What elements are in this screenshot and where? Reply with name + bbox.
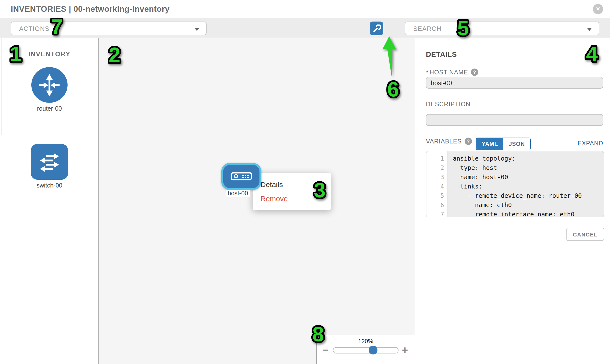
node-context-menu: Details Remove — [253, 173, 331, 210]
close-glyph: ✕ — [596, 6, 600, 12]
tools-button[interactable] — [370, 22, 383, 35]
palette-item-label: router-00 — [0, 105, 99, 112]
code-line: type: host — [453, 163, 604, 172]
help-icon[interactable]: ? — [471, 68, 478, 76]
zoom-in-button[interactable]: + — [402, 345, 408, 355]
context-menu-item-remove[interactable]: Remove — [253, 191, 331, 206]
inventory-palette-title: INVENTORY — [0, 51, 99, 58]
description-label: DESCRIPTION — [426, 101, 470, 108]
json-toggle-button[interactable]: JSON — [503, 138, 530, 150]
router-icon — [31, 67, 67, 103]
code-line: - remote_device_name: router-00 — [453, 191, 604, 200]
code-line: links: — [453, 182, 604, 191]
zoom-slider-thumb[interactable] — [369, 346, 377, 354]
host-node-selected[interactable] — [221, 163, 261, 190]
yaml-toggle-button[interactable]: YAML — [476, 138, 503, 150]
expand-link[interactable]: EXPAND — [577, 140, 603, 147]
toolbar: ACTIONS SEARCH — [0, 18, 610, 38]
palette-item-router[interactable]: router-00 — [0, 67, 99, 112]
host-node-label: host-00 — [226, 190, 249, 197]
cancel-button[interactable]: CANCEL — [566, 228, 604, 241]
actions-dropdown-label: ACTIONS — [19, 25, 50, 32]
details-panel-title: DETAILS — [426, 51, 457, 58]
chevron-down-icon — [587, 28, 592, 31]
switch-icon — [31, 144, 68, 180]
host-name-input[interactable] — [426, 77, 603, 89]
zoom-level-value: 120% — [317, 338, 415, 345]
editor-line-numbers: 1 2 3 4 5 6 7 — [427, 151, 448, 217]
inventory-palette-sidebar: INVENTORY router-00 — [0, 38, 99, 364]
wrench-icon — [372, 24, 381, 33]
variables-code-editor[interactable]: 1 2 3 4 5 6 7 ansible_topology: type: ho… — [426, 151, 604, 217]
palette-item-label: switch-00 — [0, 182, 99, 189]
help-icon[interactable]: ? — [465, 138, 472, 145]
editor-code-lines: ansible_topology: type: host name: host-… — [448, 151, 604, 217]
chevron-down-icon — [194, 28, 199, 31]
code-line: name: eth0 — [453, 200, 604, 209]
details-panel: DETAILS *HOST NAME ? DESCRIPTION VARIABL… — [415, 38, 610, 364]
zoom-control-panel: 120% − + — [316, 335, 415, 364]
description-input[interactable] — [426, 114, 603, 126]
host-name-label-row: *HOST NAME ? — [426, 68, 478, 76]
network-inventory-topology-screen: INVENTORIES | 00-networking-inventory ✕ … — [0, 0, 610, 364]
page-header: INVENTORIES | 00-networking-inventory ✕ — [0, 0, 610, 18]
host-name-label: HOST NAME — [429, 69, 468, 76]
required-asterisk: * — [426, 69, 428, 76]
close-icon[interactable]: ✕ — [593, 4, 603, 14]
search-placeholder: SEARCH — [413, 25, 441, 32]
context-menu-item-details[interactable]: Details — [253, 177, 331, 191]
variables-format-toggle: YAML JSON — [476, 138, 531, 150]
actions-dropdown[interactable]: ACTIONS — [11, 22, 207, 35]
zoom-slider[interactable] — [333, 347, 399, 353]
code-line: ansible_topology: — [453, 154, 604, 163]
search-dropdown[interactable]: SEARCH — [405, 22, 599, 35]
zoom-out-button[interactable]: − — [323, 345, 329, 355]
variables-label-row: VARIABLES ? — [426, 138, 472, 145]
host-icon — [230, 172, 252, 182]
variables-label: VARIABLES — [426, 138, 462, 145]
breadcrumb: INVENTORIES | 00-networking-inventory — [11, 4, 170, 14]
topology-canvas[interactable]: host-00 Details Remove 120% − + — [99, 38, 415, 364]
palette-item-switch[interactable]: switch-00 — [0, 144, 99, 189]
code-line: name: host-00 — [453, 172, 604, 182]
code-line: remote_interface_name: eth0 — [453, 209, 604, 217]
